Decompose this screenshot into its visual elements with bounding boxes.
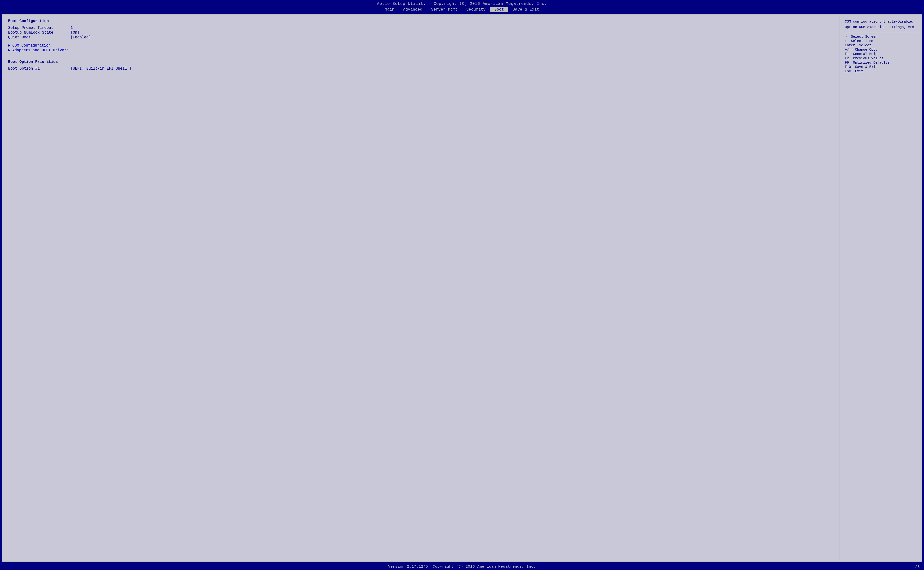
config-value-boot-option1: [UEFI: Built-in EFI Shell ] xyxy=(70,66,131,71)
menu-bar: Main Advanced Server Mgmt Security Boot … xyxy=(0,6,924,13)
shortcut-action-f2-text: Previous Values xyxy=(853,57,883,60)
boot-priorities-title: Boot Option Priorities xyxy=(8,60,834,64)
shortcut-action-select-item-text: Select Item xyxy=(851,39,873,43)
shortcut-change-opt: +/–: Change Opt. xyxy=(845,48,917,52)
config-value-quiet-boot: [Enabled] xyxy=(70,35,91,40)
submenu-label-adapters: Adapters and UEFI Drivers xyxy=(12,48,69,52)
config-row-numlock: Bootup NumLock State [On] xyxy=(8,31,834,35)
config-label-timeout: Setup Prompt Timeout xyxy=(8,26,70,30)
menu-item-server-mgmt[interactable]: Server Mgmt xyxy=(427,7,462,12)
menu-item-security[interactable]: Security xyxy=(462,7,490,12)
config-value-timeout: 1 xyxy=(70,26,73,30)
shortcut-action-select-screen-text: Select Screen xyxy=(851,35,877,38)
shortcut-action-esc-text: Exit xyxy=(855,69,863,73)
shortcut-action-f1-text: General Help xyxy=(853,52,877,56)
menu-item-save-exit[interactable]: Save & Exit xyxy=(508,7,544,12)
config-value-numlock: [On] xyxy=(70,31,79,35)
footer-text: Version 2.17.1245. Copyright (C) 2016 Am… xyxy=(388,564,536,569)
shortcut-f2: F2: Previous Values xyxy=(845,57,917,60)
shortcut-key-f10: F10: xyxy=(845,65,853,69)
submenu-csm-configuration[interactable]: ► CSM Configuration xyxy=(8,43,834,48)
menu-item-boot[interactable]: Boot xyxy=(490,7,508,12)
help-text: CSM configuration: Enable/Disable, Optio… xyxy=(845,19,917,30)
shortcut-key-esc: ESC: xyxy=(845,69,853,73)
menu-item-main[interactable]: Main xyxy=(380,7,399,12)
shortcut-select-screen: ↔: Select Screen xyxy=(845,35,917,38)
left-panel: Boot Configuration Setup Prompt Timeout … xyxy=(2,15,840,561)
shortcut-key-change-opt: +/–: xyxy=(845,48,853,52)
footer-ab: AB xyxy=(915,565,920,569)
config-row-boot-option1: Boot Option #1 [UEFI: Built-in EFI Shell… xyxy=(8,66,834,71)
shortcut-key-enter: Enter: xyxy=(845,43,857,47)
shortcut-action-f9-text: Optimized Defaults xyxy=(853,61,890,64)
menu-item-advanced[interactable]: Advanced xyxy=(399,7,427,12)
shortcut-action-enter-text: Select xyxy=(859,43,871,47)
config-row-quiet-boot: Quiet Boot [Enabled] xyxy=(8,35,834,40)
shortcut-key-f2: F2: xyxy=(845,57,851,60)
shortcut-f1: F1: General Help xyxy=(845,52,917,56)
footer-bar: Version 2.17.1245. Copyright (C) 2016 Am… xyxy=(0,563,924,570)
shortcut-f9: F9: Optimized Defaults xyxy=(845,61,917,64)
main-content: Boot Configuration Setup Prompt Timeout … xyxy=(2,14,922,562)
shortcut-esc: ESC: Exit xyxy=(845,69,917,73)
submenu-arrow-csm: ► xyxy=(8,43,10,48)
submenu-adapters-uefi[interactable]: ► Adapters and UEFI Drivers xyxy=(8,48,834,52)
right-panel: CSM configuration: Enable/Disable, Optio… xyxy=(840,15,922,561)
section-title: Boot Configuration xyxy=(8,19,834,23)
shortcut-key-select-screen: ↔: xyxy=(845,35,849,38)
shortcut-key-f1: F1: xyxy=(845,52,851,56)
title-bar: Aptio Setup Utility – Copyright (C) 2016… xyxy=(0,0,924,6)
config-label-quiet-boot: Quiet Boot xyxy=(8,35,70,40)
submenu-arrow-adapters: ► xyxy=(8,48,10,52)
config-label-boot-option1: Boot Option #1 xyxy=(8,66,70,71)
shortcut-key-f9: F9: xyxy=(845,61,851,64)
config-row-timeout: Setup Prompt Timeout 1 xyxy=(8,26,834,30)
config-label-numlock: Bootup NumLock State xyxy=(8,31,70,35)
submenu-label-csm: CSM Configuration xyxy=(12,43,50,48)
shortcut-action-f10-text: Save & Exit xyxy=(855,65,877,69)
shortcut-key-select-item: ↕: xyxy=(845,39,849,43)
shortcut-select-item: ↕: Select Item xyxy=(845,39,917,43)
shortcut-f10: F10: Save & Exit xyxy=(845,65,917,69)
shortcut-enter-select: Enter: Select xyxy=(845,43,917,47)
shortcut-action-change-opt-text: Change Opt. xyxy=(855,48,877,52)
